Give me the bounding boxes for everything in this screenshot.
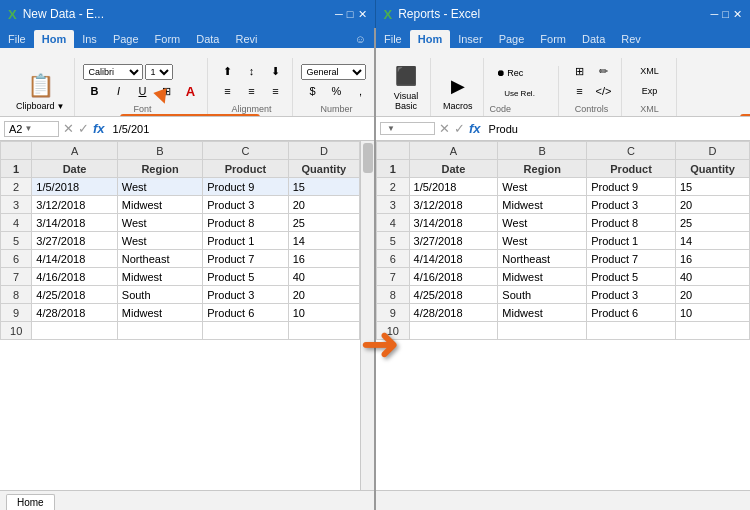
source-cell-9-2[interactable]: Midwest [117, 304, 202, 322]
dest-cell-8-2[interactable]: South [498, 286, 587, 304]
dest-cell-6-3[interactable]: Product 7 [587, 250, 676, 268]
dest-row-header-1[interactable]: 1 [377, 160, 410, 178]
dest-cell-4-2[interactable]: West [498, 214, 587, 232]
source-cell-7-2[interactable]: Midwest [117, 268, 202, 286]
source-cell-8-1[interactable]: 4/25/2018 [32, 286, 117, 304]
dest-tab-home[interactable]: Hom [410, 30, 450, 48]
source-cell-4-3[interactable]: Product 8 [203, 214, 288, 232]
dest-cell-2-2[interactable]: West [498, 178, 587, 196]
dest-row-header-6[interactable]: 6 [377, 250, 410, 268]
source-cell-8-2[interactable]: South [117, 286, 202, 304]
visual-basic-button[interactable]: ⬛ VisualBasic [388, 60, 424, 114]
source-cell-6-2[interactable]: Northeast [117, 250, 202, 268]
source-row-header-8[interactable]: 8 [1, 286, 32, 304]
view-code-button[interactable]: </> [593, 82, 615, 100]
dest-row-header-9[interactable]: 9 [377, 304, 410, 322]
insert-control-button[interactable]: ⊞ [569, 62, 591, 80]
source-row-header-10[interactable]: 10 [1, 322, 32, 340]
source-tab-file[interactable]: File [0, 30, 34, 48]
fill-color-button[interactable]: A [179, 82, 201, 100]
minimize-icon[interactable]: ─ [335, 8, 343, 21]
source-cell-10-4[interactable] [288, 322, 359, 340]
source-cell-1-4[interactable]: Quantity [288, 160, 359, 178]
font-size-select[interactable]: 11 [145, 64, 173, 80]
source-cell-3-2[interactable]: Midwest [117, 196, 202, 214]
source-cell-5-3[interactable]: Product 1 [203, 232, 288, 250]
source-tab-data[interactable]: Data [188, 30, 227, 48]
record-macro-button[interactable]: ⏺ Rec [490, 64, 530, 82]
align-left-button[interactable]: ≡ [216, 82, 238, 100]
dest-formula-confirm[interactable]: ✓ [454, 121, 465, 136]
dest-cell-9-1[interactable]: 4/28/2018 [409, 304, 498, 322]
dest-cell-1-3[interactable]: Product [587, 160, 676, 178]
close-icon-2[interactable]: ✕ [733, 8, 742, 21]
col-a-header[interactable]: A [32, 142, 117, 160]
source-cell-4-1[interactable]: 3/14/2018 [32, 214, 117, 232]
dest-cell-7-4[interactable]: 40 [675, 268, 749, 286]
dest-cell-2-1[interactable]: 1/5/2018 [409, 178, 498, 196]
dest-cell-2-3[interactable]: Product 9 [587, 178, 676, 196]
align-center-button[interactable]: ≡ [240, 82, 262, 100]
source-cell-2-4[interactable]: 15 [288, 178, 359, 196]
dest-cell-8-3[interactable]: Product 3 [587, 286, 676, 304]
comma-button[interactable]: , [349, 82, 371, 100]
bold-button[interactable]: B [83, 82, 105, 100]
dest-cell-6-4[interactable]: 16 [675, 250, 749, 268]
dest-cell-6-1[interactable]: 4/14/2018 [409, 250, 498, 268]
dest-col-b-header[interactable]: B [498, 142, 587, 160]
dest-tab-file[interactable]: File [376, 30, 410, 48]
source-row-header-9[interactable]: 9 [1, 304, 32, 322]
design-mode-button[interactable]: ✏ [593, 62, 615, 80]
close-icon[interactable]: ✕ [358, 8, 367, 21]
source-cell-10-3[interactable] [203, 322, 288, 340]
dest-cell-2-4[interactable]: 15 [675, 178, 749, 196]
dest-tab-data[interactable]: Data [574, 30, 613, 48]
dest-cell-10-1[interactable] [409, 322, 498, 340]
restore-icon[interactable]: □ [347, 8, 354, 21]
source-cell-9-4[interactable]: 10 [288, 304, 359, 322]
source-row-header-2[interactable]: 2 [1, 178, 32, 196]
dest-cell-1-1[interactable]: Date [409, 160, 498, 178]
align-middle-button[interactable]: ↕ [240, 62, 262, 80]
dest-cell-5-4[interactable]: 14 [675, 232, 749, 250]
dest-tab-insert[interactable]: Inser [450, 30, 490, 48]
source-cell-5-1[interactable]: 3/27/2018 [32, 232, 117, 250]
dest-cell-9-4[interactable]: 10 [675, 304, 749, 322]
dest-cell-3-1[interactable]: 3/12/2018 [409, 196, 498, 214]
dest-cell-7-1[interactable]: 4/16/2018 [409, 268, 498, 286]
dest-row-header-7[interactable]: 7 [377, 268, 410, 286]
dest-cell-3-3[interactable]: Product 3 [587, 196, 676, 214]
source-cell-4-2[interactable]: West [117, 214, 202, 232]
source-cell-2-1[interactable]: 1/5/2018 [32, 178, 117, 196]
source-row-header-6[interactable]: 6 [1, 250, 32, 268]
use-relative-button[interactable]: Use Rel. [490, 84, 550, 102]
source-cell-1-2[interactable]: Region [117, 160, 202, 178]
dest-col-d-header[interactable]: D [675, 142, 749, 160]
source-cell-2-2[interactable]: West [117, 178, 202, 196]
source-cell-1-3[interactable]: Product [203, 160, 288, 178]
dest-col-a-header[interactable]: A [409, 142, 498, 160]
dest-row-header-5[interactable]: 5 [377, 232, 410, 250]
dest-cell-3-2[interactable]: Midwest [498, 196, 587, 214]
dest-cell-8-4[interactable]: 20 [675, 286, 749, 304]
dest-name-box[interactable]: ▼ [380, 122, 435, 135]
dest-formula-fx[interactable]: fx [469, 121, 481, 136]
source-cell-6-4[interactable]: 16 [288, 250, 359, 268]
dest-cell-5-2[interactable]: West [498, 232, 587, 250]
dest-row-header-8[interactable]: 8 [377, 286, 410, 304]
currency-button[interactable]: $ [301, 82, 323, 100]
source-cell-5-2[interactable]: West [117, 232, 202, 250]
dest-cell-1-4[interactable]: Quantity [675, 160, 749, 178]
source-tab-form[interactable]: Form [147, 30, 189, 48]
source-scroll-thumb[interactable] [363, 143, 373, 173]
dest-cell-9-3[interactable]: Product 6 [587, 304, 676, 322]
minimize-icon-2[interactable]: ─ [711, 8, 719, 21]
source-cell-8-4[interactable]: 20 [288, 286, 359, 304]
align-bottom-button[interactable]: ⬇ [264, 62, 286, 80]
formula-fx[interactable]: fx [93, 121, 105, 136]
source-cell-10-1[interactable] [32, 322, 117, 340]
source-row-header-5[interactable]: 5 [1, 232, 32, 250]
source-row-header-1[interactable]: 1 [1, 160, 32, 178]
source-cell-8-3[interactable]: Product 3 [203, 286, 288, 304]
dest-cell-10-2[interactable] [498, 322, 587, 340]
